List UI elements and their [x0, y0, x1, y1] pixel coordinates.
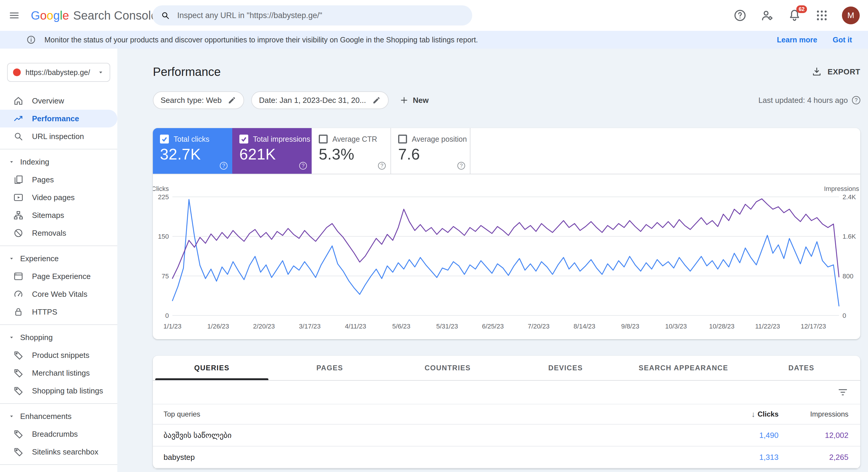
help-circle-icon[interactable] — [457, 162, 465, 170]
product-name: Search Console — [73, 9, 158, 22]
metric-value: 7.6 — [398, 145, 470, 163]
tab-countries[interactable]: COUNTRIES — [389, 356, 506, 380]
sidebar-item-merchant-listings[interactable]: Merchant listings — [0, 364, 117, 382]
sidebar-item-https[interactable]: HTTPS — [0, 303, 117, 321]
help-circle-icon[interactable] — [299, 162, 307, 170]
sidebar-item-product-snippets[interactable]: Product snippets — [0, 346, 117, 364]
chevron-down-icon — [8, 413, 15, 419]
sidebar-item-label: Breadcrumbs — [32, 430, 78, 439]
learn-more-link[interactable]: Learn more — [777, 36, 817, 44]
sidebar-item-core-web-vitals[interactable]: Core Web Vitals — [0, 285, 117, 303]
svg-text:10/3/23: 10/3/23 — [665, 323, 687, 330]
tab-dates[interactable]: DATES — [742, 356, 860, 380]
sidebar-item-overview[interactable]: Overview — [0, 92, 117, 110]
help-circle-icon[interactable] — [852, 96, 860, 105]
app-logo: Google Search Console — [31, 9, 158, 22]
banner-text: Monitor the status of your products and … — [44, 36, 478, 44]
main-content: Performance EXPORT Search type: Web Date… — [117, 49, 868, 472]
metric-tile-total-clicks[interactable]: Total clicks 32.7K — [153, 128, 232, 174]
tab-search-appearance[interactable]: SEARCH APPEARANCE — [624, 356, 742, 380]
sidebar-item-label: Video pages — [32, 193, 75, 202]
sidebar-item-breadcrumbs[interactable]: Breadcrumbs — [0, 425, 117, 443]
tag-icon — [13, 446, 24, 457]
filter-rows-icon[interactable] — [837, 387, 848, 398]
pages-icon — [13, 174, 24, 185]
sidebar-item-sitemaps[interactable]: Sitemaps — [0, 206, 117, 224]
sidebar-item-sitelinks-searchbox[interactable]: Sitelinks searchbox — [0, 443, 117, 461]
property-selector[interactable]: https://babystep.ge/ — [7, 63, 110, 82]
svg-text:2.4K: 2.4K — [842, 193, 856, 201]
notification-count-badge: 62 — [796, 5, 807, 13]
hamburger-menu-icon[interactable] — [0, 1, 28, 30]
google-apps-grid-icon[interactable] — [815, 8, 829, 23]
svg-text:5/6/23: 5/6/23 — [392, 323, 410, 330]
tab-devices[interactable]: DEVICES — [506, 356, 624, 380]
sidebar-item-label: Page Experience — [32, 272, 91, 281]
section-label: Shopping — [20, 333, 53, 342]
got-it-button[interactable]: Got it — [833, 36, 852, 44]
sidebar-section-shopping[interactable]: Shopping — [0, 328, 117, 346]
sidebar-item-performance[interactable]: Performance — [0, 110, 117, 127]
sidebar-item-label: Product snippets — [32, 351, 90, 360]
help-circle-icon[interactable] — [378, 162, 386, 170]
tab-pages[interactable]: PAGES — [271, 356, 389, 380]
export-button[interactable]: EXPORT — [811, 66, 860, 77]
divider — [0, 403, 117, 404]
edit-pencil-icon — [372, 96, 381, 105]
home-icon — [13, 95, 24, 106]
help-icon[interactable] — [733, 8, 747, 23]
metric-tile-total-impressions[interactable]: Total impressions 621K — [232, 128, 312, 174]
sidebar-item-label: Pages — [32, 175, 54, 184]
sidebar-section-experience[interactable]: Experience — [0, 249, 117, 267]
performance-line-chart[interactable]: 225150750Clicks2.4K1.6K8000Impressions1/… — [153, 174, 860, 339]
metric-value: 621K — [239, 145, 312, 163]
sidebar-section-indexing[interactable]: Indexing — [0, 153, 117, 171]
svg-text:0: 0 — [165, 312, 169, 319]
manage-users-icon[interactable] — [760, 8, 774, 23]
sidebar-item-page-experience[interactable]: Page Experience — [0, 267, 117, 285]
sidebar-section-enhancements[interactable]: Enhancements — [0, 407, 117, 425]
svg-text:6/25/23: 6/25/23 — [482, 323, 504, 330]
tag-icon — [13, 367, 24, 378]
notifications-bell-icon[interactable]: 62 — [787, 8, 802, 23]
sidebar-item-video-pages[interactable]: Video pages — [0, 188, 117, 206]
url-inspect-input[interactable] — [176, 10, 464, 21]
svg-text:5/31/23: 5/31/23 — [436, 323, 458, 330]
shopping-info-banner: Monitor the status of your products and … — [0, 31, 868, 49]
browser-window-icon — [13, 271, 24, 282]
new-filter-button[interactable]: New — [396, 95, 432, 105]
date-filter-chip[interactable]: Date: Jan 1, 2023-Dec 31, 20... — [251, 91, 389, 109]
sidebar-section-security-manual-actions[interactable]: Security & Manual Actions — [0, 468, 117, 472]
metric-tile-average-ctr[interactable]: Average CTR 5.3% — [312, 128, 391, 174]
checkbox-average-position[interactable] — [398, 135, 407, 144]
sidebar-item-pages[interactable]: Pages — [0, 171, 117, 188]
column-header-clicks[interactable]: ↓ Clicks — [717, 410, 778, 419]
divider — [0, 245, 117, 246]
clicks-cell: 1,313 — [717, 453, 778, 462]
account-avatar[interactable]: M — [842, 6, 860, 24]
column-header-impressions[interactable]: Impressions — [778, 410, 848, 418]
svg-text:1/1/23: 1/1/23 — [163, 323, 181, 330]
checkbox-average-ctr[interactable] — [319, 135, 328, 144]
sidebar-item-url-inspection[interactable]: URL inspection — [0, 127, 117, 145]
edit-pencil-icon — [227, 96, 237, 105]
table-row[interactable]: ბავშვის საწოლები 1,490 12,002 — [153, 424, 860, 446]
tab-queries[interactable]: QUERIES — [153, 356, 271, 380]
plus-icon — [399, 95, 409, 105]
sidebar-item-shopping-tab-listings[interactable]: Shopping tab listings — [0, 382, 117, 400]
new-label: New — [413, 96, 429, 105]
column-header-top-queries[interactable]: Top queries — [163, 410, 717, 418]
table-row[interactable]: babystep 1,313 2,265 — [153, 446, 860, 468]
property-url: https://babystep.ge/ — [26, 68, 90, 77]
help-circle-icon[interactable] — [220, 162, 227, 170]
metric-label: Average position — [412, 135, 467, 144]
checkbox-total-impressions[interactable] — [239, 135, 248, 144]
metric-tile-average-position[interactable]: Average position 7.6 — [391, 128, 470, 174]
url-inspect-searchbox[interactable] — [152, 5, 472, 26]
metric-label: Average CTR — [332, 135, 377, 144]
checkbox-total-clicks[interactable] — [160, 135, 169, 144]
sidebar-item-removals[interactable]: Removals — [0, 224, 117, 242]
section-label: Enhancements — [20, 412, 71, 421]
svg-text:3/17/23: 3/17/23 — [299, 323, 320, 330]
search-type-filter-chip[interactable]: Search type: Web — [153, 91, 244, 109]
